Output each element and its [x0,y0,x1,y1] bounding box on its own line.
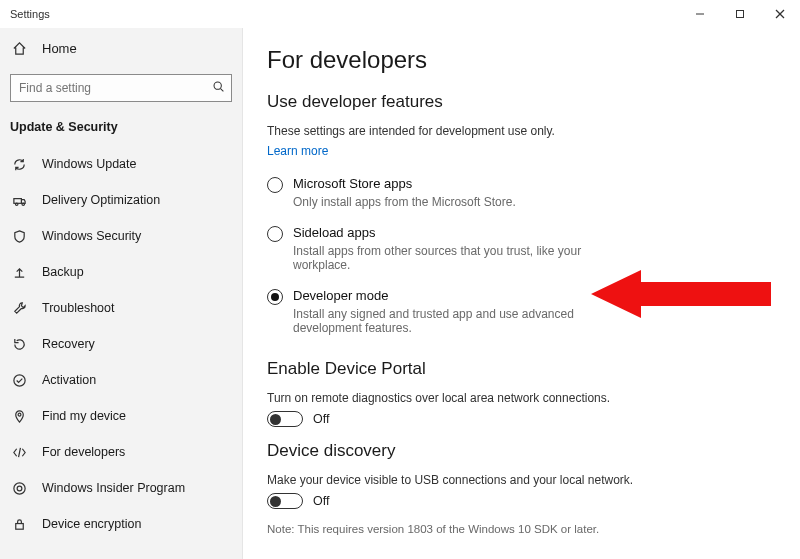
sidebar-item-label: Device encryption [42,517,141,531]
device-discovery-heading: Device discovery [267,441,776,461]
search-input[interactable] [17,80,212,96]
dev-features-desc: These settings are intended for developm… [267,124,776,138]
svg-point-10 [18,413,21,416]
device-discovery-desc: Make your device visible to USB connecti… [267,473,776,487]
backup-icon [10,265,28,280]
sidebar-item-find-my-device[interactable]: Find my device [0,398,242,434]
device-discovery-toggle[interactable] [267,493,303,509]
sidebar-item-windows-security[interactable]: Windows Security [0,218,242,254]
svg-point-4 [214,82,221,89]
radio-label: Sideload apps [293,225,633,240]
sidebar-item-windows-update[interactable]: Windows Update [0,146,242,182]
device-discovery-toggle-state: Off [313,494,329,508]
radio-desc: Install any signed and trusted app and u… [293,307,633,335]
radio-sideload[interactable]: Sideload apps Install apps from other so… [267,225,776,272]
close-button[interactable] [760,0,800,28]
sidebar-item-label: Windows Update [42,157,137,171]
sidebar-item-backup[interactable]: Backup [0,254,242,290]
sidebar-item-label: Windows Insider Program [42,481,185,495]
sidebar-item-device-encryption[interactable]: Device encryption [0,506,242,542]
sidebar-item-troubleshoot[interactable]: Troubleshoot [0,290,242,326]
svg-point-11 [13,482,24,493]
sidebar-item-delivery-optimization[interactable]: Delivery Optimization [0,182,242,218]
radio-label: Developer mode [293,288,633,303]
radio-dot [267,226,283,242]
location-icon [10,409,28,424]
svg-line-5 [221,89,224,92]
svg-point-7 [15,203,17,205]
sidebar-item-label: Find my device [42,409,126,423]
sidebar: Home Update & Security Windows Update De… [0,28,243,559]
search-icon [212,80,225,96]
device-portal-toggle[interactable] [267,411,303,427]
app-title: Settings [10,8,50,20]
sidebar-item-label: Backup [42,265,84,279]
wrench-icon [10,301,28,316]
lock-icon [10,517,28,532]
sidebar-item-label: Activation [42,373,96,387]
search-field[interactable] [10,74,232,102]
maximize-button[interactable] [720,0,760,28]
insider-icon [10,481,28,496]
home-nav[interactable]: Home [0,32,242,64]
svg-rect-13 [15,523,23,529]
sidebar-item-label: Delivery Optimization [42,193,160,207]
sidebar-item-label: Recovery [42,337,95,351]
developer-icon [10,445,28,460]
delivery-icon [10,193,28,208]
radio-ms-store[interactable]: Microsoft Store apps Only install apps f… [267,176,776,209]
home-label: Home [42,41,77,56]
sidebar-item-recovery[interactable]: Recovery [0,326,242,362]
learn-more-link[interactable]: Learn more [267,144,328,158]
sidebar-item-for-developers[interactable]: For developers [0,434,242,470]
svg-point-8 [22,203,24,205]
home-icon [10,41,28,56]
radio-label: Microsoft Store apps [293,176,516,191]
sidebar-item-activation[interactable]: Activation [0,362,242,398]
check-circle-icon [10,373,28,388]
dev-features-heading: Use developer features [267,92,776,112]
sidebar-item-label: For developers [42,445,125,459]
svg-rect-6 [13,198,21,203]
titlebar: Settings [0,0,800,28]
sidebar-item-label: Windows Security [42,229,141,243]
svg-point-12 [17,486,22,491]
radio-dot-selected [267,289,283,305]
sidebar-item-label: Troubleshoot [42,301,115,315]
page-title: For developers [267,46,776,74]
shield-icon [10,229,28,244]
device-portal-heading: Enable Device Portal [267,359,776,379]
device-portal-toggle-state: Off [313,412,329,426]
device-discovery-note: Note: This requires version 1803 of the … [267,523,776,535]
svg-rect-1 [737,11,744,18]
radio-dev-mode[interactable]: Developer mode Install any signed and tr… [267,288,776,335]
content-pane: For developers Use developer features Th… [243,28,800,559]
category-label: Update & Security [0,114,242,146]
refresh-icon [10,157,28,172]
radio-dot [267,177,283,193]
window-controls [680,0,800,28]
device-portal-desc: Turn on remote diagnostics over local ar… [267,391,776,405]
radio-desc: Install apps from other sources that you… [293,244,633,272]
minimize-button[interactable] [680,0,720,28]
sidebar-item-windows-insider[interactable]: Windows Insider Program [0,470,242,506]
recovery-icon [10,337,28,352]
svg-point-9 [13,374,24,385]
radio-desc: Only install apps from the Microsoft Sto… [293,195,516,209]
